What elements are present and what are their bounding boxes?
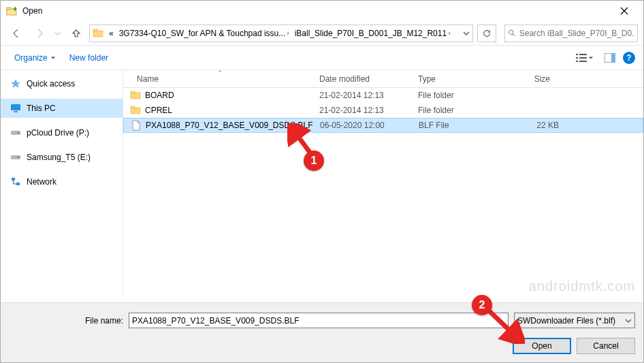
bottom-panel: File name: SWDownloader Files (*.blf) Op… (1, 302, 643, 362)
new-folder-button[interactable]: New folder (64, 50, 114, 65)
svg-point-18 (18, 157, 19, 158)
folder-icon (93, 28, 103, 39)
sidebar-item-network[interactable]: Network (1, 172, 123, 191)
file-list: ^Name Date modified Type Size BOARD21-02… (123, 70, 643, 295)
forward-button[interactable] (29, 24, 50, 43)
svg-rect-13 (11, 104, 20, 110)
toolbar: Organize New folder ? (1, 46, 643, 70)
breadcrumb[interactable]: « 3G7334-Q10_SW_for APN & Touchpad issu.… (89, 25, 473, 42)
file-row[interactable]: BOARD21-02-2014 12:13File folder (123, 88, 643, 103)
col-header-type[interactable]: Type (413, 70, 494, 87)
svg-rect-21 (131, 93, 140, 99)
drive-icon (10, 152, 21, 163)
back-button[interactable] (6, 24, 27, 43)
main-area: Quick access This PC pCloud Drive (P:) S… (1, 70, 643, 295)
svg-rect-14 (14, 111, 18, 112)
drive-icon (10, 127, 21, 138)
sort-indicator-icon: ^ (219, 69, 221, 75)
chevron-down-icon (625, 317, 632, 324)
file-date: 21-02-2014 12:13 (319, 91, 418, 100)
window-title: Open (22, 6, 611, 16)
preview-pane-button[interactable] (602, 50, 617, 65)
watermark: androidmtk.com (529, 279, 635, 294)
file-type: BLF File (419, 121, 500, 130)
sidebar-item-label: pCloud Drive (P:) (27, 128, 89, 138)
chevron-right-icon: › (448, 29, 450, 37)
nav-bar: « 3G7334-Q10_SW_for APN & Touchpad issu.… (1, 21, 643, 46)
network-icon (10, 176, 21, 187)
svg-rect-1 (7, 7, 11, 10)
chevron-down-icon (588, 55, 594, 61)
view-options-button[interactable] (573, 51, 597, 65)
svg-line-26 (489, 311, 518, 338)
up-button[interactable] (66, 24, 86, 43)
file-name: BOARD (145, 91, 319, 100)
titlebar: Open (1, 1, 643, 21)
sidebar-item-this-pc[interactable]: This PC (1, 99, 123, 118)
breadcrumb-dropdown[interactable] (460, 25, 472, 42)
col-header-size[interactable]: Size (494, 70, 556, 87)
col-header-name[interactable]: ^Name (123, 70, 314, 87)
file-name: CPREL (145, 106, 319, 115)
file-date: 21-02-2014 12:13 (319, 106, 418, 115)
recent-locations-dropdown[interactable] (52, 24, 63, 43)
file-type-filter[interactable]: SWDownloader Files (*.blf) (514, 313, 635, 328)
file-type: File folder (418, 91, 500, 100)
folder-icon (130, 105, 141, 116)
folder-icon (130, 90, 141, 101)
cancel-button[interactable]: Cancel (577, 338, 635, 354)
svg-rect-10 (579, 61, 587, 62)
breadcrumb-seg-0[interactable]: 3G7334-Q10_SW_for APN & Touchpad issu...… (116, 25, 292, 42)
filter-label: SWDownloader Files (*.blf) (517, 316, 615, 326)
svg-rect-2 (93, 31, 103, 37)
file-row[interactable]: PXA1088_P70_V12_BASE_V009_DSDS.BLF06-05-… (123, 118, 643, 133)
sidebar-item-samsung[interactable]: Samsung_T5 (E:) (1, 148, 123, 167)
file-icon (131, 120, 142, 131)
annotation-callout-1: 1 (304, 151, 324, 171)
help-button[interactable]: ? (623, 52, 635, 64)
svg-rect-22 (131, 91, 135, 93)
svg-rect-7 (576, 57, 578, 59)
svg-point-16 (18, 132, 19, 133)
svg-rect-9 (576, 61, 578, 62)
star-icon (10, 78, 21, 89)
svg-rect-8 (579, 57, 587, 59)
search-input[interactable] (519, 29, 634, 38)
svg-rect-12 (611, 53, 615, 63)
search-input-container[interactable] (504, 25, 638, 42)
chevron-right-icon: › (287, 29, 289, 37)
sidebar-item-pcloud[interactable]: pCloud Drive (P:) (1, 123, 123, 142)
organize-button[interactable]: Organize (9, 50, 61, 65)
nav-sidebar: Quick access This PC pCloud Drive (P:) S… (1, 70, 123, 295)
file-row[interactable]: CPREL21-02-2014 12:13File folder (123, 103, 643, 118)
annotation-arrow-2 (485, 307, 525, 344)
sidebar-item-label: Samsung_T5 (E:) (27, 153, 91, 162)
app-icon (6, 5, 17, 16)
svg-rect-23 (131, 108, 140, 114)
close-button[interactable] (611, 1, 638, 21)
svg-rect-6 (579, 54, 587, 55)
svg-rect-3 (93, 29, 97, 31)
breadcrumb-seg-1[interactable]: iBall_Slide_P70I_B_D001_JB_M12_R011› (292, 25, 453, 42)
column-headers: ^Name Date modified Type Size (123, 70, 643, 88)
filename-label: File name: (9, 316, 123, 326)
svg-rect-20 (16, 183, 20, 185)
refresh-button[interactable] (477, 25, 496, 42)
svg-rect-24 (131, 106, 135, 108)
file-size: 22 KB (500, 121, 559, 130)
sidebar-item-label: This PC (27, 104, 56, 113)
svg-rect-5 (576, 54, 578, 55)
breadcrumb-prefix[interactable]: « (106, 25, 116, 42)
svg-rect-19 (12, 178, 15, 180)
annotation-callout-2: 2 (472, 295, 492, 315)
svg-point-4 (509, 30, 513, 34)
filename-input[interactable] (129, 313, 509, 328)
monitor-icon (10, 103, 21, 114)
sidebar-item-label: Quick access (27, 79, 75, 89)
chevron-down-icon (50, 55, 56, 61)
file-type: File folder (418, 106, 500, 115)
file-date: 06-05-2020 12:00 (320, 121, 419, 130)
sidebar-item-quick-access[interactable]: Quick access (1, 74, 123, 93)
sidebar-item-label: Network (27, 177, 57, 187)
col-header-date[interactable]: Date modified (314, 70, 413, 87)
